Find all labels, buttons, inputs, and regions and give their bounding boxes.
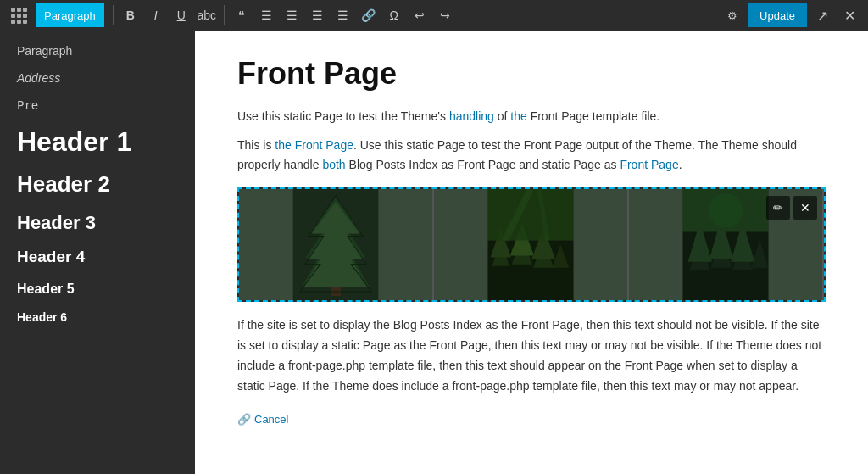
svg-rect-14	[488, 189, 574, 240]
underline-button[interactable]: U	[170, 3, 193, 27]
then-link-3[interactable]: then this text may or may not appear	[604, 379, 795, 393]
link-button[interactable]: 🔗	[357, 3, 381, 27]
intro-paragraph: Use this static Page to test the Theme's…	[237, 107, 826, 125]
front-page-link-2[interactable]: Front Page	[620, 158, 678, 171]
front-page-link-1[interactable]: the Front Page	[275, 138, 353, 152]
front-page-link-3[interactable]: the Front Page	[501, 318, 580, 332]
cancel-label: Cancel	[254, 413, 288, 426]
main-layout: Paragraph Address Pre Header 1 Header 2 …	[0, 31, 868, 474]
align-justify-button[interactable]: ☰	[331, 3, 355, 27]
body-paragraph: This is the Front Page. Use this static …	[237, 136, 826, 174]
the-link-1[interactable]: the	[510, 109, 526, 123]
gallery-image-1	[239, 189, 434, 300]
style-paragraph[interactable]: Paragraph	[0, 37, 195, 64]
conditional-paragraph: If the site is set to display the Blog P…	[237, 315, 826, 396]
bold-button[interactable]: B	[119, 3, 142, 27]
if-link[interactable]: If	[237, 318, 244, 332]
paragraph-dropdown-button[interactable]: Paragraph	[36, 3, 104, 27]
style-h4[interactable]: Header 4	[0, 241, 195, 274]
style-h2[interactable]: Header 2	[0, 165, 195, 204]
image-gallery-block: ✏ ✕	[237, 187, 826, 302]
apps-icon[interactable]	[7, 0, 31, 31]
gallery-image-2	[434, 189, 629, 300]
gallery-actions: ✏ ✕	[766, 196, 817, 220]
italic-button[interactable]: I	[144, 3, 168, 27]
style-h1[interactable]: Header 1	[0, 119, 195, 165]
align-right-button[interactable]: ☰	[306, 3, 330, 27]
blockquote-button[interactable]: ❝	[230, 3, 253, 27]
style-h3[interactable]: Header 3	[0, 205, 195, 241]
align-left-button[interactable]: ☰	[255, 3, 279, 27]
page-title: Front Page	[237, 56, 826, 92]
special-chars-button[interactable]: Ω	[382, 3, 406, 27]
cancel-icon: 🔗	[237, 413, 251, 426]
strikethrough-button[interactable]: abc	[195, 3, 219, 27]
editor-area[interactable]: Front Page Use this static Page to test …	[195, 31, 868, 474]
style-pre[interactable]: Pre	[0, 92, 195, 119]
remove-gallery-button[interactable]: ✕	[793, 196, 817, 220]
handling-link[interactable]: handling	[449, 109, 494, 123]
close-button[interactable]: ✕	[837, 3, 861, 27]
the-link-2[interactable]: the	[313, 379, 329, 393]
then-link-1[interactable]: then this text should not be visible	[587, 318, 765, 332]
style-h5[interactable]: Header 5	[0, 274, 195, 304]
external-link-button[interactable]: ↗	[810, 3, 834, 27]
cancel-link[interactable]: 🔗 Cancel	[237, 413, 826, 426]
paragraph-style-dropdown: Paragraph Address Pre Header 1 Header 2 …	[0, 31, 195, 474]
style-address[interactable]: Address	[0, 64, 195, 92]
toolbar: Paragraph B I U abc ❝ ☰ ☰ ☰ ☰ 🔗 Ω ↩ ↪ ⚙ …	[0, 0, 868, 31]
undo-button[interactable]: ↩	[408, 3, 431, 27]
separator-2	[224, 5, 225, 25]
svg-point-27	[709, 193, 743, 227]
redo-button[interactable]: ↪	[433, 3, 457, 27]
separator-1	[113, 5, 114, 25]
update-button[interactable]: Update	[748, 3, 807, 27]
edit-gallery-button[interactable]: ✏	[766, 196, 790, 220]
style-h6[interactable]: Header 6	[0, 304, 195, 332]
settings-button[interactable]: ⚙	[721, 3, 744, 27]
align-center-button[interactable]: ☰	[281, 3, 304, 27]
toolbar-right: ⚙ Update ↗ ✕	[721, 3, 861, 27]
both-link[interactable]: both	[322, 158, 345, 171]
